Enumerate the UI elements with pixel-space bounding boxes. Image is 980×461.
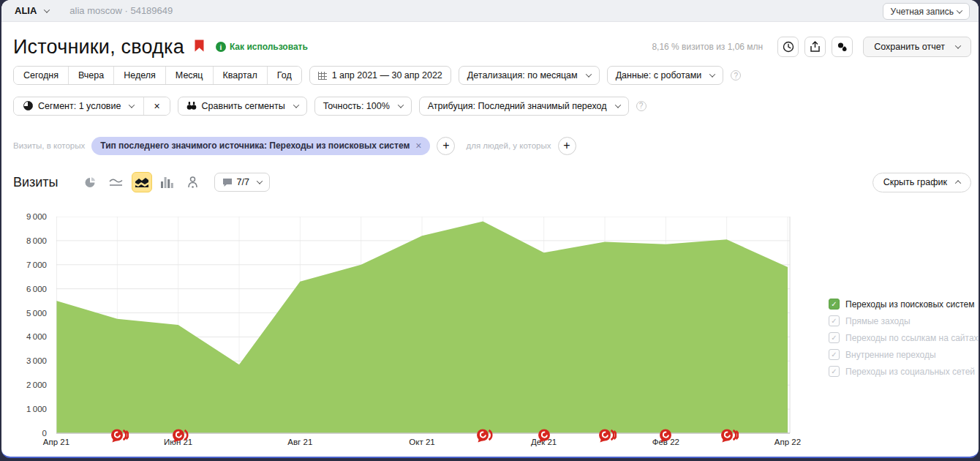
binoculars-icon	[186, 101, 197, 110]
how-to-use-link[interactable]: i Как использовать	[216, 42, 308, 52]
legend-checkbox[interactable]: ✓	[829, 299, 840, 310]
data-mode-dropdown[interactable]: Данные: с роботами	[607, 66, 724, 85]
export-button[interactable]	[804, 37, 826, 57]
y-tick-label: 4 000	[1, 332, 47, 341]
date-range-picker[interactable]: 1 апр 2021 — 30 апр 2022	[309, 66, 451, 85]
chart-toolbar: Визиты 7/7 Скрыть график	[13, 171, 971, 193]
metrica-widgets-button[interactable]	[832, 37, 853, 57]
chevron-down-icon	[398, 102, 404, 108]
segment-clear-button[interactable]: ×	[143, 97, 169, 115]
bookmark-icon[interactable]	[195, 40, 204, 55]
legend-item[interactable]: ✓Переходы по ссылкам на сайтах	[829, 329, 979, 346]
line-chart-icon	[109, 177, 123, 187]
legend-label: Переходы по ссылкам на сайтах	[845, 333, 979, 343]
segment-filter-row: Сегмент: 1 условие × Сравнить сегменты Т…	[13, 96, 647, 116]
period-yesterday[interactable]: Вчера	[68, 67, 113, 84]
top-bar: ALIA alia moscow · 54189649 Учетная запи…	[1, 0, 979, 22]
legend-checkbox[interactable]: ✓	[829, 315, 840, 326]
segment-condition-chip[interactable]: Тип последнего значимого источника: Пере…	[91, 137, 430, 155]
add-visit-condition-button[interactable]: +	[437, 137, 455, 155]
chart-legend: ✓Переходы из поисковых систем✓Прямые зах…	[829, 296, 979, 380]
legend-item[interactable]: ✓Переходы из поисковых систем	[829, 296, 979, 312]
legend-item[interactable]: ✓Внутренние переходы	[829, 346, 979, 363]
history-button[interactable]	[777, 37, 799, 57]
y-tick-label: 9 000	[1, 212, 47, 221]
annotation-marker[interactable]	[659, 428, 677, 446]
sample-info-label: 8,16 % визитов из 1,06 млн	[652, 42, 763, 52]
comments-dropdown[interactable]: 7/7	[214, 173, 270, 192]
annotation-marker[interactable]	[110, 428, 129, 446]
clock-icon	[783, 41, 794, 53]
comments-count-label: 7/7	[237, 177, 249, 187]
detalization-dropdown[interactable]: Детализация: по месяцам	[459, 66, 600, 85]
help-question-icon[interactable]: ?	[731, 70, 741, 80]
visitor-report-button[interactable]	[183, 172, 203, 192]
segment-label: Сегмент: 1 условие	[38, 101, 121, 111]
period-week[interactable]: Неделя	[113, 67, 165, 84]
y-tick-label: 7 000	[1, 261, 47, 269]
chart-type-line-button[interactable]	[106, 172, 127, 192]
period-month[interactable]: Месяц	[165, 67, 213, 84]
account-menu-label: Учетная запись	[891, 7, 954, 17]
chevron-down-icon	[957, 7, 962, 13]
y-tick-label: 1 000	[1, 405, 47, 413]
annotation-marker[interactable]	[476, 428, 494, 446]
counter-switcher[interactable]: ALIA	[15, 5, 49, 16]
area-chart-plot[interactable]	[56, 217, 791, 434]
metric-title: Визиты	[13, 175, 59, 190]
add-people-condition-button[interactable]: +	[558, 137, 576, 155]
comment-bubble-icon	[222, 178, 233, 187]
visits-chart: 01 0002 0003 0004 0005 0006 0007 0008 00…	[1, 209, 821, 454]
people-condition-label: для людей, у которых	[466, 141, 551, 150]
period-filter-row: Сегодня Вчера Неделя Месяц Квартал Год 1…	[13, 66, 741, 85]
save-report-label: Сохранить отчет	[874, 42, 945, 52]
visits-condition-label: Визиты, в которых	[13, 141, 85, 150]
attribution-dropdown[interactable]: Атрибуция: Последний значимый переход	[419, 97, 629, 116]
remove-condition-icon[interactable]: ×	[415, 140, 421, 151]
save-report-button[interactable]: Сохранить отчет	[863, 37, 971, 57]
x-tick-label: Апр 22	[774, 438, 801, 446]
chart-type-area-button[interactable]	[132, 172, 152, 192]
legend-item[interactable]: ✓Прямые заходы	[829, 312, 979, 329]
detalization-label: Детализация: по месяцам	[467, 70, 578, 80]
legend-checkbox[interactable]: ✓	[829, 349, 840, 360]
attribution-label: Атрибуция: Последний значимый переход	[428, 101, 607, 111]
accuracy-dropdown[interactable]: Точность: 100%	[314, 97, 412, 116]
chart-type-pie-button[interactable]	[80, 172, 101, 192]
help-question-icon[interactable]: ?	[636, 101, 647, 111]
period-today[interactable]: Сегодня	[14, 67, 68, 84]
chevron-down-icon	[955, 42, 961, 48]
hide-chart-button[interactable]: Скрыть график	[872, 173, 971, 192]
accuracy-label: Точность: 100%	[323, 101, 390, 111]
legend-checkbox[interactable]: ✓	[829, 332, 840, 343]
chevron-down-icon	[129, 102, 135, 108]
chevron-down-icon	[709, 71, 715, 77]
y-tick-label: 6 000	[1, 285, 47, 293]
annotation-marker[interactable]	[172, 428, 190, 446]
period-quarter[interactable]: Квартал	[213, 67, 267, 84]
annotation-marker[interactable]	[598, 428, 617, 446]
chart-type-columns-button[interactable]	[157, 172, 178, 192]
y-tick-label: 3 000	[1, 356, 47, 365]
pie-chart-icon	[84, 176, 97, 189]
segment-dropdown[interactable]: Сегмент: 1 условие	[14, 97, 143, 115]
area-series	[56, 222, 788, 433]
chevron-up-icon	[955, 180, 961, 186]
chevron-down-icon	[44, 7, 50, 12]
period-segmented-control: Сегодня Вчера Неделя Месяц Квартал Год	[13, 66, 302, 85]
hide-chart-label: Скрыть график	[883, 177, 947, 187]
segment-conditions-row: Визиты, в которых Тип последнего значимо…	[13, 136, 576, 155]
legend-checkbox[interactable]: ✓	[829, 366, 840, 377]
share-icon	[810, 41, 821, 53]
counter-switcher-label: ALIA	[15, 5, 37, 16]
y-tick-label: 5 000	[1, 309, 47, 318]
y-tick-label: 0	[1, 429, 47, 438]
period-year[interactable]: Год	[267, 67, 301, 84]
account-menu-button[interactable]: Учетная запись	[883, 3, 970, 20]
annotation-marker[interactable]	[720, 428, 739, 446]
calendar-icon	[318, 72, 327, 80]
compare-segments-dropdown[interactable]: Сравнить сегменты	[178, 97, 307, 116]
legend-item[interactable]: ✓Переходы из социальных сетей	[829, 363, 979, 380]
annotation-marker[interactable]	[538, 428, 556, 446]
area-chart-icon	[135, 177, 148, 187]
